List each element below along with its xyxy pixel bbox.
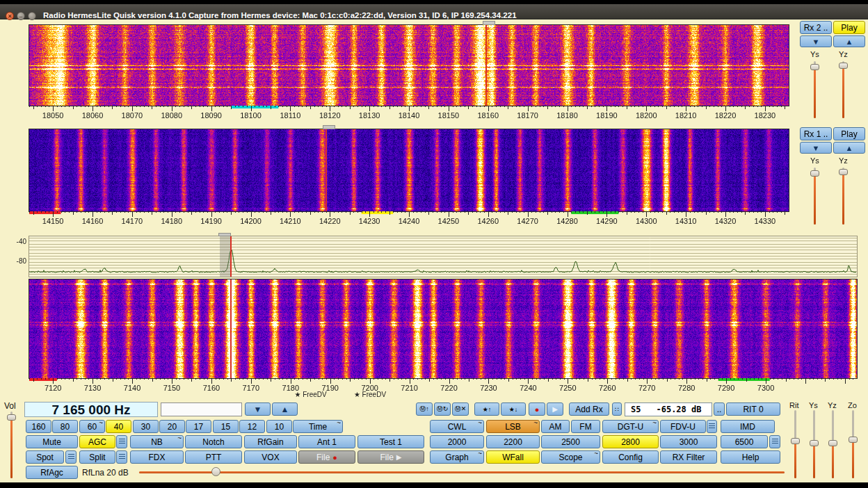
band-17-button[interactable]: 17 bbox=[186, 420, 211, 433]
mode-am-button[interactable]: AM bbox=[541, 420, 570, 433]
band-20-button[interactable]: 20 bbox=[159, 420, 185, 433]
rx1-menu-button[interactable]: Rx 1 .. bbox=[800, 127, 832, 140]
tuning-cursor-line[interactable] bbox=[326, 129, 327, 211]
band-60-button[interactable]: 60~ bbox=[79, 420, 105, 433]
band-time-button[interactable]: Time~ bbox=[293, 420, 343, 433]
file-play-button[interactable]: File▶ bbox=[357, 450, 424, 464]
agc-level-button[interactable] bbox=[116, 435, 127, 448]
config-button[interactable]: Config bbox=[602, 450, 659, 464]
tick-label: 18170 bbox=[517, 111, 538, 120]
ys-slider[interactable] bbox=[810, 440, 819, 446]
waterfall-17m-canvas[interactable] bbox=[29, 25, 789, 106]
mode-fm-button[interactable]: FM bbox=[571, 420, 600, 433]
minimize-button[interactable]: – bbox=[17, 12, 25, 20]
mode-lsb-button[interactable]: LSB~ bbox=[486, 420, 540, 433]
filter-2800-button[interactable]: 2800 bbox=[602, 435, 659, 448]
filter-width-button[interactable] bbox=[769, 435, 780, 448]
rfgain-button[interactable]: RfGain bbox=[244, 435, 297, 448]
rx2-play-button[interactable]: Play bbox=[833, 21, 865, 34]
vol-slider[interactable] bbox=[7, 414, 16, 421]
wfall-button[interactable]: WFall bbox=[486, 450, 540, 464]
rfagc-button[interactable]: RfAgc bbox=[26, 466, 78, 479]
maximize-button[interactable] bbox=[28, 12, 36, 20]
close-button[interactable]: ✕ bbox=[6, 12, 14, 20]
graph-button[interactable]: Graph~ bbox=[430, 450, 484, 464]
mute-button[interactable]: Mute bbox=[26, 435, 78, 448]
freq-down-button[interactable]: ▼ bbox=[245, 402, 271, 416]
rx2-band-down-button[interactable]: ▼ bbox=[800, 35, 832, 47]
band-10-button[interactable]: 10 bbox=[266, 420, 292, 433]
rflna-slider-fill bbox=[139, 471, 785, 473]
zo-slider[interactable] bbox=[849, 437, 858, 443]
frequency-entry[interactable] bbox=[161, 402, 242, 416]
filter-6500-button[interactable]: 6500 bbox=[721, 435, 768, 448]
tuning-cursor-line[interactable] bbox=[485, 25, 487, 106]
rx1-band-up-button[interactable]: ▲ bbox=[833, 142, 865, 154]
band-160-button[interactable]: 160 bbox=[26, 420, 51, 433]
slider-popup-icon bbox=[68, 454, 74, 460]
rx-options-button[interactable]: ∷ bbox=[612, 402, 622, 416]
waterfall-40m-canvas[interactable] bbox=[29, 279, 857, 378]
yz-slider[interactable] bbox=[828, 440, 837, 446]
record-button[interactable]: ● bbox=[529, 402, 545, 416]
filter-2500-button[interactable]: 2500 bbox=[541, 435, 600, 448]
waterfall-20m-canvas[interactable] bbox=[29, 129, 789, 211]
rit-slider[interactable] bbox=[791, 438, 800, 444]
fdv-menu-button[interactable] bbox=[707, 420, 717, 433]
rx1-ys-slider[interactable] bbox=[810, 170, 819, 177]
mode-dgtu-button[interactable]: DGT-U~ bbox=[602, 420, 659, 433]
mode-fdvu-button[interactable]: FDV-U bbox=[660, 420, 706, 433]
notch-button[interactable]: Notch bbox=[185, 435, 242, 448]
playback-button[interactable]: ▶ bbox=[547, 402, 563, 416]
scope-button[interactable]: Scope~ bbox=[541, 450, 600, 464]
rx2-menu-button[interactable]: Rx 2 .. bbox=[800, 21, 832, 34]
test1-button[interactable]: Test 1 bbox=[357, 435, 424, 448]
rx1-band-down-button[interactable]: ▼ bbox=[800, 142, 832, 154]
split-button[interactable]: Split bbox=[79, 450, 115, 464]
tuning-cursor-line[interactable] bbox=[230, 236, 232, 277]
favorites-open-button[interactable]: ★↓ bbox=[501, 402, 526, 416]
tick-label: 14300 bbox=[636, 217, 657, 225]
rit-button[interactable]: RIT 0 bbox=[726, 402, 780, 416]
smeter-options-button[interactable]: .. bbox=[714, 402, 725, 416]
filter-2200-button[interactable]: 2200 bbox=[486, 435, 540, 448]
agc-button[interactable]: AGC bbox=[79, 435, 115, 448]
fdx-button[interactable]: FDX bbox=[130, 450, 184, 464]
help-button[interactable]: Help bbox=[721, 450, 780, 464]
band-80-button[interactable]: 80 bbox=[52, 420, 78, 433]
vox-button[interactable]: VOX bbox=[244, 450, 297, 464]
tuning-cursor-line[interactable] bbox=[230, 279, 232, 378]
rx2-yz-slider[interactable] bbox=[839, 63, 848, 69]
band-30-button[interactable]: 30 bbox=[133, 420, 159, 433]
tick-label: 18190 bbox=[596, 111, 618, 120]
rx-filter-button[interactable]: RX Filter bbox=[660, 450, 717, 464]
add-rx-button[interactable]: Add Rx bbox=[569, 402, 609, 416]
band-12-button[interactable]: 12 bbox=[239, 420, 265, 433]
band-15-button[interactable]: 15 bbox=[213, 420, 239, 433]
spot-level-button[interactable] bbox=[65, 450, 77, 464]
spot-button[interactable]: Spot bbox=[26, 450, 64, 464]
band-160-button-label: 160 bbox=[31, 422, 45, 432]
mode-cwl-button[interactable]: CWL~ bbox=[430, 420, 484, 433]
split-menu-button[interactable] bbox=[116, 450, 127, 464]
rx2-yz-slider-fill bbox=[842, 65, 844, 118]
mode-imd-button[interactable]: IMD bbox=[721, 420, 775, 433]
band-40-button[interactable]: 40 bbox=[106, 420, 131, 433]
memory-save-button[interactable]: Ⓜ↑ bbox=[416, 402, 433, 416]
nb-button[interactable]: NB~ bbox=[130, 435, 184, 448]
ant1-button[interactable]: Ant 1 bbox=[298, 435, 355, 448]
filter-2000-button[interactable]: 2000 bbox=[430, 435, 484, 448]
favorites-add-button[interactable]: ★↑ bbox=[474, 402, 499, 416]
spectrum-graph-canvas[interactable] bbox=[29, 236, 857, 277]
rx1-yz-slider[interactable] bbox=[839, 169, 848, 175]
rx1-play-button[interactable]: Play bbox=[833, 127, 865, 140]
rflna-slider[interactable] bbox=[211, 467, 220, 476]
filter-3000-button[interactable]: 3000 bbox=[660, 435, 717, 448]
ptt-button[interactable]: PTT bbox=[185, 450, 242, 464]
rx2-band-up-button[interactable]: ▲ bbox=[833, 35, 865, 47]
memory-next-button[interactable]: Ⓜ↻ bbox=[434, 402, 451, 416]
file-record-button[interactable]: File● bbox=[298, 450, 355, 464]
rx2-ys-slider[interactable] bbox=[810, 64, 819, 70]
memory-delete-button[interactable]: Ⓜ✕ bbox=[452, 402, 469, 416]
freq-up-button[interactable]: ▲ bbox=[272, 402, 298, 416]
